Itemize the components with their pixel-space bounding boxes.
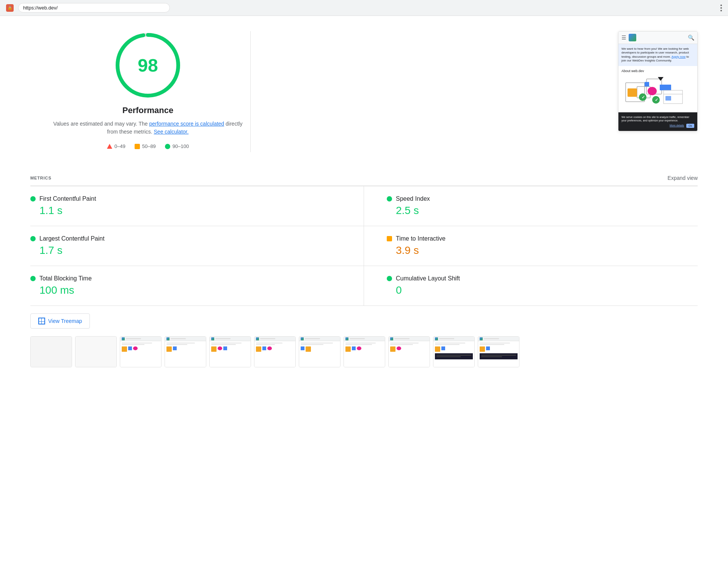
svg-point-8 <box>648 87 657 95</box>
metric-name-lcp: Largest Contentful Paint <box>39 235 105 242</box>
score-number: 98 <box>138 55 158 76</box>
legend-item-green: 90–100 <box>165 143 189 149</box>
filmstrip-frame-5 <box>209 336 251 367</box>
treemap-icon <box>38 318 45 324</box>
metric-value-tbt: 100 ms <box>30 284 341 296</box>
treemap-section: View Treemap <box>0 306 728 336</box>
legend-item-orange: 50–89 <box>135 143 156 149</box>
metric-name-fcp: First Contentful Paint <box>39 195 96 202</box>
preview-cookie-banner: We serve cookies on this site to analyze… <box>618 112 697 131</box>
metric-value-si: 2.5 s <box>387 205 686 217</box>
calculator-link[interactable]: See calculator. <box>154 129 189 135</box>
metric-time-to-interactive: Time to Interactive 3.9 s <box>364 226 698 266</box>
filmstrip-frame-7 <box>299 336 340 367</box>
svg-text:✓: ✓ <box>642 95 645 99</box>
metrics-grid: First Contentful Paint 1.1 s Speed Index… <box>30 186 698 306</box>
legend-orange-label: 50–89 <box>142 143 156 149</box>
metric-total-blocking-time: Total Blocking Time 100 ms <box>30 266 364 306</box>
metric-cumulative-layout-shift: Cumulative Layout Shift 0 <box>364 266 698 306</box>
vertical-divider <box>250 31 251 152</box>
view-treemap-button[interactable]: View Treemap <box>30 313 90 329</box>
score-legend: 0–49 50–89 90–100 <box>107 143 189 149</box>
preview-menu-icon: ☰ <box>621 35 626 41</box>
filmstrip-frame-9 <box>388 336 430 367</box>
metric-name-tbt: Total Blocking Time <box>39 275 92 282</box>
browser-app-icon: 🔒 <box>6 4 14 12</box>
browser-chrome: 🔒 https://web.dev/ <box>0 0 728 16</box>
preview-banner-link[interactable]: Apply now <box>672 55 686 58</box>
legend-red-icon <box>107 144 112 149</box>
filmstrip-frame-8 <box>344 336 385 367</box>
svg-rect-7 <box>660 85 671 90</box>
main-container: 98 Performance Values are estimated and … <box>0 16 728 167</box>
metrics-header: METRICS Expand view <box>30 175 698 186</box>
metric-value-tti: 3.9 s <box>387 244 686 257</box>
preview-banner: We want to hear from you! We are looking… <box>618 44 697 66</box>
score-circle: 98 <box>114 31 182 99</box>
metric-name-cls: Cumulative Layout Shift <box>396 275 460 282</box>
preview-search-icon: 🔍 <box>688 35 694 41</box>
legend-red-label: 0–49 <box>115 143 126 149</box>
legend-green-label: 90–100 <box>173 143 189 149</box>
svg-rect-16 <box>645 82 649 87</box>
metrics-section: METRICS Expand view First Contentful Pai… <box>0 175 728 306</box>
preview-content-area: About web.dev ✓ <box>618 66 697 112</box>
svg-rect-6 <box>628 88 637 97</box>
performance-description: Values are estimated and may vary. The p… <box>53 120 243 136</box>
legend-item-red: 0–49 <box>107 143 126 149</box>
filmstrip-frame-4 <box>165 336 206 367</box>
metric-dot-si <box>387 196 392 201</box>
metric-speed-index: Speed Index 2.5 s <box>364 186 698 226</box>
filmstrip-frame-6 <box>254 336 296 367</box>
metric-dot-lcp <box>30 236 36 241</box>
browser-menu-button[interactable] <box>720 5 722 11</box>
metric-value-cls: 0 <box>387 284 686 296</box>
preview-illustration: ✓ ✓ <box>621 75 694 109</box>
metrics-section-label: METRICS <box>30 176 52 180</box>
metric-dot-cls <box>387 276 392 281</box>
preview-cookie-ok-button[interactable]: Ok <box>686 124 694 128</box>
metric-dot-tbt <box>30 276 36 281</box>
metric-name-si: Speed Index <box>396 195 430 202</box>
score-calc-link[interactable]: performance score is calculated <box>149 121 224 127</box>
expand-view-button[interactable]: Expand view <box>668 175 698 181</box>
preview-browser-header: ☰ 🔍 <box>618 31 697 44</box>
view-treemap-label: View Treemap <box>48 318 82 324</box>
performance-title: Performance <box>122 105 174 115</box>
metric-largest-contentful-paint: Largest Contentful Paint 1.7 s <box>30 226 364 266</box>
url-bar[interactable]: https://web.dev/ <box>18 3 170 13</box>
svg-text:✓: ✓ <box>655 98 658 102</box>
filmstrip-frame-10 <box>433 336 475 367</box>
legend-green-icon <box>165 144 170 149</box>
legend-orange-icon <box>135 144 140 149</box>
svg-rect-15 <box>665 96 671 101</box>
preview-site-logo <box>629 34 636 41</box>
metric-first-contentful-paint: First Contentful Paint 1.1 s <box>30 186 364 226</box>
filmstrip-frame-3 <box>120 336 162 367</box>
filmstrip <box>30 336 698 367</box>
metric-dot-fcp <box>30 196 36 201</box>
metric-value-lcp: 1.7 s <box>30 244 341 257</box>
filmstrip-frame-2 <box>75 336 117 367</box>
filmstrip-frame-1 <box>30 336 72 367</box>
metric-value-fcp: 1.1 s <box>30 205 341 217</box>
preview-cookie-actions: More details Ok <box>621 124 694 128</box>
preview-about-title: About web.dev <box>621 69 694 73</box>
website-screenshot-preview: ☰ 🔍 We want to hear from you! We are loo… <box>618 31 698 131</box>
filmstrip-frame-11 <box>478 336 519 367</box>
score-section: 98 Performance Values are estimated and … <box>30 31 265 152</box>
filmstrip-section <box>0 336 728 383</box>
metric-name-tti: Time to Interactive <box>396 235 446 242</box>
metric-dot-tti <box>387 236 392 241</box>
preview-more-details-link[interactable]: More details <box>670 124 684 128</box>
